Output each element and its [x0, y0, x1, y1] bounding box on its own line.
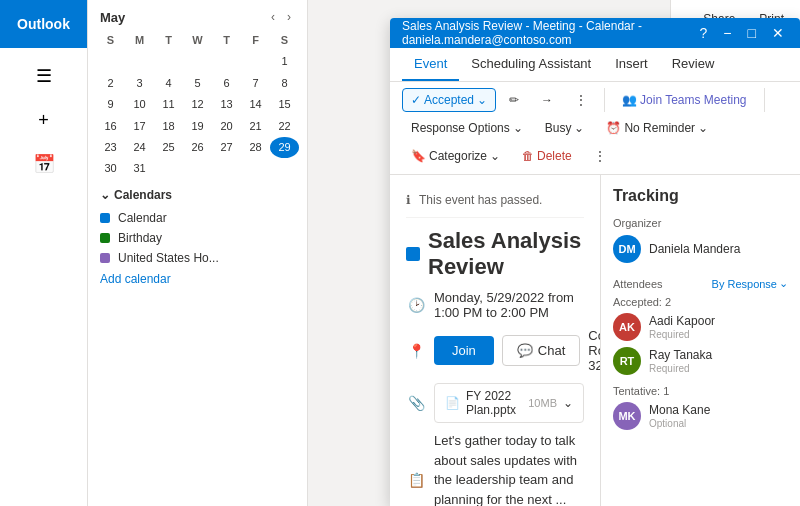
by-response-dropdown: ⌄	[779, 277, 788, 290]
mini-cal-day-2[interactable]: 2	[96, 73, 125, 94]
event-body-content: Let's gather today to talk about sales u…	[434, 433, 577, 506]
calendar-item-calendar[interactable]: Calendar	[100, 208, 295, 228]
mini-cal-day-9[interactable]: 9	[96, 94, 125, 115]
categorize-button[interactable]: 🔖 Categorize ⌄	[402, 144, 509, 168]
mini-cal-day-j2	[183, 158, 212, 179]
attendees-header: Attendees By Response ⌄	[613, 277, 788, 290]
mini-cal-day-empty6	[241, 51, 270, 72]
notes-icon: 📋	[406, 472, 426, 488]
mini-cal-day-27[interactable]: 27	[212, 137, 241, 158]
calendar-name-calendar: Calendar	[118, 211, 167, 225]
tab-insert[interactable]: Insert	[603, 48, 660, 81]
delete-icon: 🗑	[522, 149, 534, 163]
alarm-icon: ⏰	[606, 121, 621, 135]
calendars-section-title[interactable]: ⌄ Calendars	[100, 188, 295, 202]
mini-cal-day-15[interactable]: 15	[270, 94, 299, 115]
mini-cal-day-6[interactable]: 6	[212, 73, 241, 94]
mini-cal-day-j5	[270, 158, 299, 179]
popup-help-button[interactable]: ?	[696, 23, 712, 43]
sidebar-nav-new[interactable]: +	[12, 100, 76, 140]
tab-scheduling-assistant[interactable]: Scheduling Assistant	[459, 48, 603, 81]
mini-cal-day-1[interactable]: 1	[270, 51, 299, 72]
edit-button[interactable]: ✏	[500, 88, 528, 112]
mini-cal-day-18[interactable]: 18	[154, 116, 183, 137]
calendar-item-us-holidays[interactable]: United States Ho...	[100, 248, 295, 268]
sidebar-nav-calendar[interactable]: 📅	[12, 144, 76, 184]
calendar-dot-calendar	[100, 213, 110, 223]
mini-cal-day-23[interactable]: 23	[96, 137, 125, 158]
calendars-section: ⌄ Calendars Calendar Birthday United Sta…	[88, 180, 307, 298]
delete-button[interactable]: 🗑 Delete	[513, 144, 581, 168]
event-passed-notice: ℹ This event has passed.	[406, 187, 584, 218]
mini-cal-day-16[interactable]: 16	[96, 116, 125, 137]
popup-minimize-button[interactable]: −	[719, 23, 735, 43]
mini-cal-day-25[interactable]: 25	[154, 137, 183, 158]
mini-calendar-next[interactable]: ›	[283, 8, 295, 26]
cat-dropdown-icon: ⌄	[490, 149, 500, 163]
mini-cal-day-21[interactable]: 21	[241, 116, 270, 137]
popup-title-controls: ? − □ ✕	[696, 23, 788, 43]
outlook-sidebar: Outlook ☰ + 📅	[0, 0, 88, 506]
mini-cal-day-17[interactable]: 17	[125, 116, 154, 137]
mini-cal-day-8[interactable]: 8	[270, 73, 299, 94]
mini-cal-day-22[interactable]: 22	[270, 116, 299, 137]
attendee-row-aadi: AK Aadi Kapoor Required	[613, 313, 788, 341]
mini-calendar-prev[interactable]: ‹	[267, 8, 279, 26]
event-color-indicator	[406, 247, 420, 261]
mini-cal-day-31[interactable]: 31	[125, 158, 154, 179]
sidebar-icon-list: ☰ + 📅	[0, 48, 87, 184]
mini-cal-day-j4	[241, 158, 270, 179]
dropdown-icon: ⌄	[477, 93, 487, 107]
popup-maximize-button[interactable]: □	[744, 23, 760, 43]
calendar-dot-birthday	[100, 233, 110, 243]
calendar-name-us-holidays: United States Ho...	[118, 251, 219, 265]
chat-button[interactable]: 💬 Chat	[502, 335, 580, 366]
mini-cal-day-10[interactable]: 10	[125, 94, 154, 115]
mini-calendar-week2: 2 3 4 5 6 7 8	[96, 73, 299, 94]
busy-button[interactable]: Busy ⌄	[536, 116, 594, 140]
mini-cal-day-11[interactable]: 11	[154, 94, 183, 115]
mini-cal-day-3[interactable]: 3	[125, 73, 154, 94]
ribbon-divider-1	[604, 88, 605, 112]
mini-cal-day-30[interactable]: 30	[96, 158, 125, 179]
teams-icon: 👥	[622, 93, 637, 107]
organizer-avatar-initials: DM	[618, 243, 635, 255]
no-reminder-button[interactable]: ⏰ No Reminder ⌄	[597, 116, 717, 140]
mini-cal-day-19[interactable]: 19	[183, 116, 212, 137]
add-calendar-link[interactable]: Add calendar	[100, 268, 295, 290]
mini-cal-day-26[interactable]: 26	[183, 137, 212, 158]
pptx-icon: 📄	[445, 396, 460, 410]
more-button[interactable]: ⋮	[566, 88, 596, 112]
popup-tabs: Event Scheduling Assistant Insert Review	[390, 48, 800, 82]
mini-cal-day-24[interactable]: 24	[125, 137, 154, 158]
join-button[interactable]: Join	[434, 336, 494, 365]
tab-review[interactable]: Review	[660, 48, 727, 81]
attachment-chip[interactable]: 📄 FY 2022 Plan.pptx 10MB ⌄	[434, 383, 584, 423]
mini-cal-day-14[interactable]: 14	[241, 94, 270, 115]
paperclip-icon: 📎	[406, 395, 426, 411]
response-options-button[interactable]: Response Options ⌄	[402, 116, 532, 140]
mini-cal-day-13[interactable]: 13	[212, 94, 241, 115]
more-ribbon-button[interactable]: ⋮	[585, 144, 615, 168]
calendar-item-birthday[interactable]: Birthday	[100, 228, 295, 248]
accepted-button[interactable]: ✓ Accepted ⌄	[402, 88, 496, 112]
forward-button[interactable]: →	[532, 88, 562, 112]
mini-cal-day-29[interactable]: 29	[270, 137, 299, 158]
location-icon: 📍	[406, 343, 426, 359]
mini-cal-day-5[interactable]: 5	[183, 73, 212, 94]
tab-event[interactable]: Event	[402, 48, 459, 81]
join-teams-button[interactable]: 👥 Join Teams Meeting	[613, 88, 756, 112]
mini-calendar-nav: ‹ ›	[267, 8, 295, 26]
sidebar-nav-menu[interactable]: ☰	[12, 56, 76, 96]
mini-cal-header-w: W	[183, 30, 212, 51]
popup-title-bar: Sales Analysis Review - Meeting - Calend…	[390, 18, 800, 48]
mini-cal-day-20[interactable]: 20	[212, 116, 241, 137]
mini-cal-day-7[interactable]: 7	[241, 73, 270, 94]
mini-cal-day-28[interactable]: 28	[241, 137, 270, 158]
mini-calendar-header: May ‹ ›	[88, 0, 307, 30]
mini-cal-day-4[interactable]: 4	[154, 73, 183, 94]
popup-close-button[interactable]: ✕	[768, 23, 788, 43]
by-response-btn[interactable]: By Response ⌄	[712, 277, 788, 290]
mini-cal-day-12[interactable]: 12	[183, 94, 212, 115]
mini-calendar-week5: 23 24 25 26 27 28 29	[96, 137, 299, 158]
